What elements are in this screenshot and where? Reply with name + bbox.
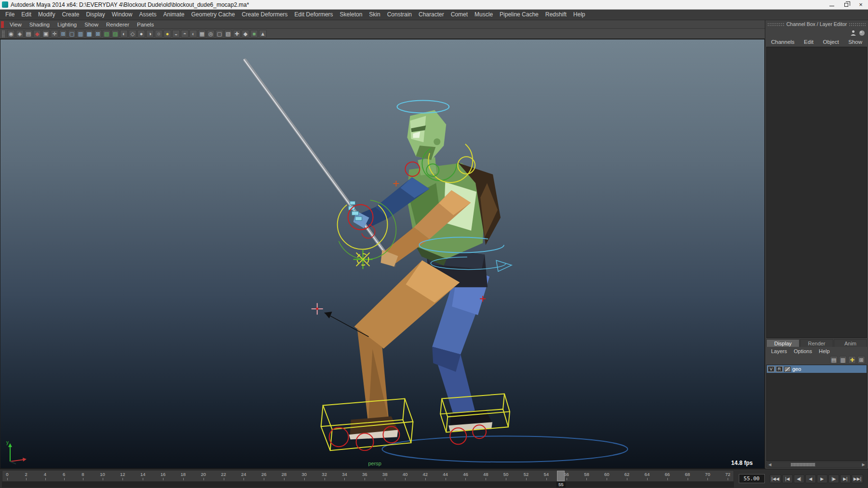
ambient-occlusion-icon[interactable]: ◓ — [181, 30, 189, 38]
menu-character[interactable]: Character — [415, 10, 448, 20]
select-camera-icon[interactable]: ◉ — [7, 30, 15, 38]
manipulator-person-icon[interactable] — [850, 30, 856, 36]
layer-color-swatch[interactable] — [784, 367, 791, 372]
create-empty-layer-icon[interactable]: ▥ — [839, 356, 847, 364]
menu-animate[interactable]: Animate — [160, 10, 188, 20]
step-back-key-button[interactable]: ◀| — [794, 475, 804, 483]
layer-list[interactable]: V R geo — [766, 365, 867, 461]
menu-geometry-cache[interactable]: Geometry Cache — [188, 10, 239, 20]
panel-menu-shading[interactable]: Shading — [26, 22, 54, 27]
play-forwards-button[interactable]: ▶ — [817, 475, 827, 483]
safe-action-icon[interactable]: ▧ — [103, 30, 110, 38]
master-circle-control[interactable] — [382, 436, 628, 462]
menu-file[interactable]: File — [2, 10, 18, 20]
motion-blur-icon[interactable]: ◐ — [190, 30, 197, 38]
step-forward-frame-button[interactable]: ▶| — [840, 475, 851, 483]
camera-attributes-icon[interactable]: ▤ — [25, 30, 32, 38]
field-chart-icon[interactable]: ⊠ — [94, 30, 102, 38]
wireframe-icon[interactable]: ◇ — [129, 30, 136, 38]
menu-create[interactable]: Create — [58, 10, 82, 20]
panel-menu-lighting[interactable]: Lighting — [54, 22, 81, 27]
step-back-frame-button[interactable]: |◀ — [782, 475, 793, 483]
menu-comet[interactable]: Comet — [448, 10, 471, 20]
lock-camera-icon[interactable]: ◈ — [16, 30, 24, 38]
share-view-icon[interactable]: ▲ — [259, 30, 267, 38]
step-forward-key-button[interactable]: |▶ — [828, 475, 839, 483]
channel-box-menu-edit[interactable]: Edit — [804, 39, 814, 45]
scroll-right-icon[interactable]: ▶ — [860, 462, 867, 467]
panel-menu-renderer[interactable]: Renderer — [102, 22, 133, 27]
layer-menu-layers[interactable]: Layers — [768, 348, 790, 354]
menu-skeleton[interactable]: Skeleton — [337, 10, 366, 20]
create-layer-from-selected-icon[interactable]: ✚ — [848, 356, 856, 364]
layer-tab-display[interactable]: Display — [766, 339, 800, 347]
menu-help[interactable]: Help — [570, 10, 589, 20]
wrist-starburst-control[interactable] — [353, 250, 373, 269]
menu-pipeline-cache[interactable]: Pipeline Cache — [496, 10, 542, 20]
time-slider[interactable]: 0246810121416182022242628303234363840424… — [2, 470, 734, 487]
menu-assets[interactable]: Assets — [136, 10, 160, 20]
layer-menu-help[interactable]: Help — [816, 348, 833, 354]
resolution-gate-icon[interactable]: ▥ — [77, 30, 84, 38]
channel-list-area[interactable] — [766, 47, 867, 338]
panel-drag-dots-icon[interactable] — [767, 23, 785, 26]
layer-editor-mode-icon[interactable]: ⊞ — [857, 356, 865, 364]
gate-mask-icon[interactable]: ▩ — [85, 30, 93, 38]
layer-row-geo[interactable]: V R geo — [767, 365, 867, 373]
play-backwards-button[interactable]: ◀ — [805, 475, 816, 483]
channel-box-menu-show[interactable]: Show — [848, 39, 862, 45]
menu-window[interactable]: Window — [108, 10, 136, 20]
channel-box-menu-channels[interactable]: Channels — [771, 39, 795, 45]
scroll-left-icon[interactable]: ◀ — [767, 462, 773, 467]
shadows-icon[interactable]: ◒ — [172, 30, 180, 38]
hardware-renderer-icon[interactable]: ■ — [250, 30, 258, 38]
layer-tab-render[interactable]: Render — [800, 339, 833, 347]
restore-button[interactable] — [839, 0, 854, 9]
panel-color-tab-icon[interactable] — [1, 21, 4, 28]
menu-modify[interactable]: Modify — [35, 10, 58, 20]
scrollbar-thumb[interactable] — [790, 462, 815, 467]
viewport-3d[interactable]: y persp 14.8 fps — [0, 39, 765, 469]
bookmarks-icon[interactable]: ◆ — [33, 30, 41, 38]
use-default-material-icon[interactable]: ○ — [155, 30, 163, 38]
menu-redshift[interactable]: Redshift — [542, 10, 570, 20]
layer-tab-anim[interactable]: Anim — [834, 339, 867, 347]
go-to-end-button[interactable]: ▶▶| — [852, 475, 863, 483]
speed-ball-icon[interactable] — [859, 30, 865, 36]
go-to-start-button[interactable]: |◀◀ — [770, 475, 781, 483]
lights-icon[interactable]: ● — [163, 30, 171, 38]
default-renderer-icon[interactable]: ◆ — [242, 30, 249, 38]
scene-3d[interactable] — [0, 40, 764, 468]
panel-menu-view[interactable]: View — [6, 22, 26, 27]
x-ray-joints-icon[interactable]: ✚ — [233, 30, 241, 38]
depth-of-field-icon[interactable]: ◎ — [207, 30, 215, 38]
layer-menu-options[interactable]: Options — [791, 348, 815, 354]
x-ray-icon[interactable]: ▧ — [224, 30, 232, 38]
menu-edit-deformers[interactable]: Edit Deformers — [291, 10, 337, 20]
close-button[interactable]: × — [854, 0, 868, 9]
ik-pole-vector[interactable] — [312, 303, 369, 337]
menu-edit[interactable]: Edit — [18, 10, 35, 20]
layer-visibility-toggle[interactable]: V — [768, 366, 774, 372]
scrollbar-track[interactable] — [773, 462, 860, 467]
layers-options-icon[interactable]: ▤ — [830, 356, 838, 364]
two-d-pan-zoom-icon[interactable]: ✛ — [51, 30, 58, 38]
playhead[interactable] — [557, 471, 565, 481]
head-halo-control[interactable] — [397, 101, 449, 113]
layer-horizontal-scrollbar[interactable]: ◀ ▶ — [766, 462, 867, 468]
film-gate-icon[interactable]: ▢ — [68, 30, 76, 38]
image-plane-icon[interactable]: ▣ — [42, 30, 50, 38]
current-time-field[interactable] — [739, 474, 765, 483]
panel-menu-show[interactable]: Show — [81, 22, 102, 27]
menu-skin[interactable]: Skin — [366, 10, 383, 20]
minimize-button[interactable] — [825, 0, 839, 9]
shaded-icon[interactable]: ● — [137, 30, 145, 38]
isolate-select-icon[interactable]: ▢ — [216, 30, 223, 38]
panel-drag-dots-icon[interactable] — [849, 23, 866, 26]
character-mesh[interactable] — [349, 110, 501, 440]
safe-title-icon[interactable]: ▨ — [111, 30, 119, 38]
toolbar-grip-icon[interactable] — [2, 30, 5, 38]
channel-box-header[interactable]: Channel Box / Layer Editor — [765, 20, 868, 28]
channel-box-menu-object[interactable]: Object — [823, 39, 839, 45]
fill-mode-icon[interactable]: ◐ — [120, 30, 128, 38]
